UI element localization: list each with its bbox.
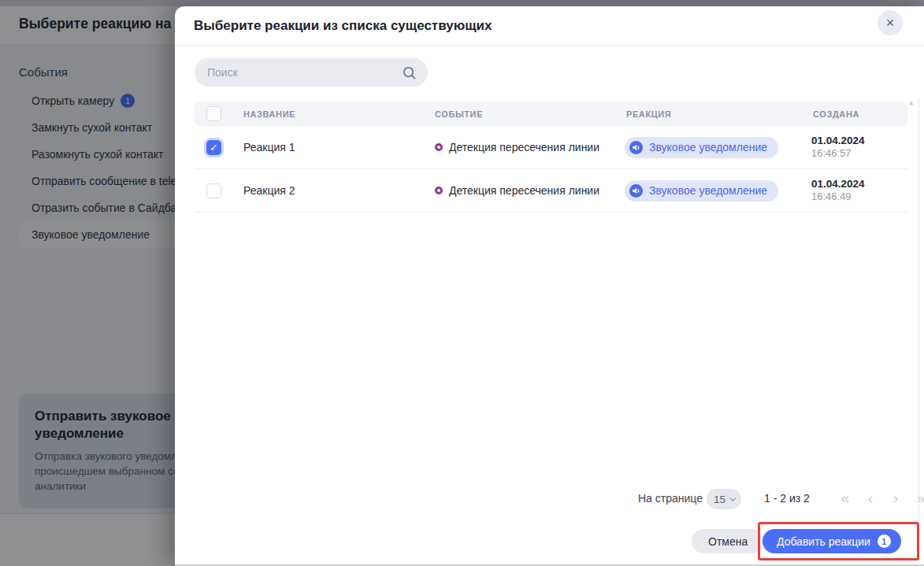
selected-count-badge: 1 (878, 535, 891, 548)
created-cell: 01.04.2024 16:46:57 (811, 126, 865, 168)
pagination-bar: На странице 15 1 - 2 из 2 « ‹ › » (175, 488, 918, 510)
first-page-button[interactable]: « (837, 488, 854, 509)
created-date: 01.04.2024 (811, 178, 865, 191)
scrollbar-up-icon[interactable]: ▲ (908, 99, 915, 106)
speaker-icon (629, 184, 643, 198)
event-name: Детекция пересечения линии (449, 184, 599, 197)
prev-page-button[interactable]: ‹ (862, 488, 879, 509)
speaker-icon (629, 141, 643, 154)
last-page-button[interactable]: » (912, 488, 924, 509)
event-type-icon (435, 187, 443, 194)
select-all-checkbox[interactable] (206, 106, 221, 121)
table-row[interactable]: Реакция 2 Детекция пересечения линии Зву… (195, 169, 907, 213)
reaction-name: Реакция 2 (243, 169, 295, 212)
created-time: 16:46:49 (811, 191, 852, 203)
select-reactions-modal: Выберите реакции из списка существующих … (175, 6, 924, 566)
scrollbar-track[interactable] (918, 98, 919, 520)
reaction-badge: Звуковое уведомление (625, 137, 778, 158)
modal-title: Выберите реакции из списка существующих (194, 18, 492, 34)
pagination-range-label: 1 - 2 из 2 (764, 492, 810, 505)
reaction-badge-label: Звуковое уведомление (649, 141, 767, 154)
close-icon: × (886, 15, 895, 31)
reaction-name: Реакция 1 (243, 126, 295, 168)
search-icon (402, 65, 417, 80)
next-page-button[interactable]: › (887, 488, 904, 509)
search-field[interactable] (195, 58, 428, 87)
cancel-button[interactable]: Отмена (692, 529, 764, 553)
per-page-label: На странице (638, 492, 703, 505)
created-date: 01.04.2024 (811, 135, 865, 147)
event-type-icon (435, 143, 443, 151)
row-checkbox[interactable] (206, 183, 221, 198)
divider (175, 45, 924, 46)
search-input[interactable] (207, 66, 402, 79)
table-row[interactable]: Реакция 1 Детекция пересечения линии Зву… (195, 126, 907, 169)
row-checkbox[interactable] (206, 140, 221, 155)
chevron-down-icon (729, 494, 736, 501)
add-reactions-button[interactable]: Добавить реакции 1 (763, 529, 901, 553)
close-button[interactable]: × (878, 10, 903, 35)
reaction-badge: Звуковое уведомление (625, 180, 778, 202)
reaction-badge-label: Звуковое уведомление (649, 184, 767, 197)
created-cell: 01.04.2024 16:46:49 (811, 169, 865, 212)
column-header-reaction: РЕАКЦИЯ (626, 102, 671, 126)
column-header-event: СОБЫТИЕ (435, 102, 483, 126)
event-name: Детекция пересечения линии (449, 141, 599, 154)
per-page-select[interactable]: 15 (707, 489, 741, 509)
column-header-created: СОЗДАНА (813, 102, 859, 126)
table-header-row: НАЗВАНИЕ СОБЫТИЕ РЕАКЦИЯ СОЗДАНА (195, 102, 907, 126)
column-header-name: НАЗВАНИЕ (243, 102, 295, 126)
created-time: 16:46:57 (811, 147, 852, 160)
